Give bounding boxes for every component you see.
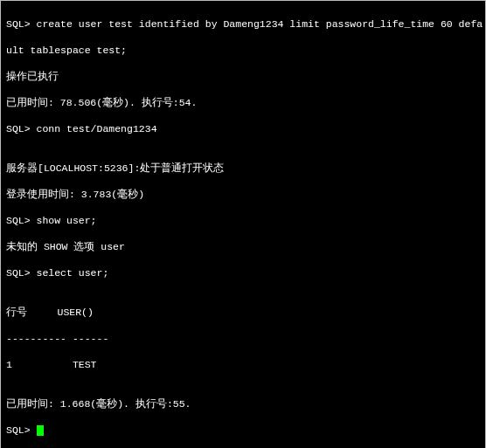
output-line: 未知的 SHOW 选项 user xyxy=(6,240,480,253)
output-line: 操作已执行 xyxy=(6,70,480,83)
output-line: ult tablespace test; xyxy=(6,44,480,57)
output-line: 行号 USER() xyxy=(6,306,480,319)
output-line: 1 TEST xyxy=(6,358,480,371)
terminal-session-1[interactable]: SQL> create user test identified by Dame… xyxy=(0,0,486,448)
output-line: ---------- ------ xyxy=(6,332,480,345)
output-line: 登录使用时间: 3.783(毫秒) xyxy=(6,188,480,201)
output-line: SQL> show user; xyxy=(6,214,480,227)
output-line: 已用时间: 78.506(毫秒). 执行号:54. xyxy=(6,96,480,109)
output-line: SQL> select user; xyxy=(6,266,480,279)
output-line: 服务器[LOCALHOST:5236]:处于普通打开状态 xyxy=(6,162,480,175)
prompt-text: SQL> xyxy=(6,424,37,436)
cursor-icon xyxy=(37,425,44,436)
output-line: 已用时间: 1.668(毫秒). 执行号:55. xyxy=(6,397,480,410)
prompt-line[interactable]: SQL> xyxy=(6,424,480,437)
output-line: SQL> conn test/Dameng1234 xyxy=(6,122,480,135)
output-line: SQL> create user test identified by Dame… xyxy=(6,17,480,31)
